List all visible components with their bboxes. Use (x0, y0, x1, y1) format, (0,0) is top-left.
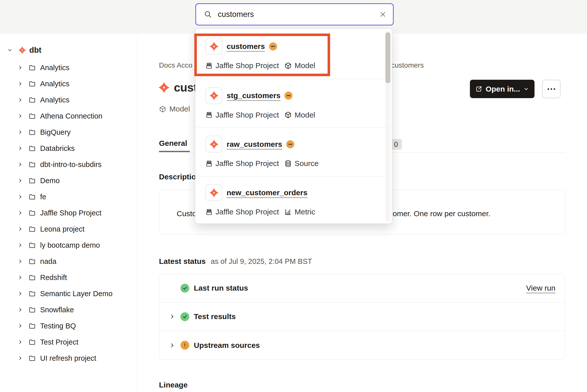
project-icon (205, 208, 213, 216)
scrollbar-thumb[interactable] (385, 32, 390, 83)
folder-icon (29, 242, 36, 249)
sidebar-item-jaffle-shop-project[interactable]: Jaffle Shop Project (0, 205, 137, 221)
sidebar-tree-items: Analytics Analytics Analytics Athena Con… (0, 60, 137, 366)
ellipsis-icon (547, 88, 556, 91)
chevron-right-icon (18, 65, 23, 70)
search-input[interactable] (217, 10, 379, 19)
chevron-right-icon (18, 243, 23, 248)
status-icon (180, 284, 189, 293)
result-title-line: stg_customers (205, 87, 392, 104)
sidebar-item-semantic-layer-demo[interactable]: Semantic Layer Demo (0, 286, 137, 302)
folder-icon (29, 323, 36, 329)
cube-icon (159, 105, 166, 113)
chevron-right-icon (18, 97, 23, 102)
sidebar-item-athena-connection[interactable]: Athena Connection (0, 108, 137, 124)
sidebar-item-label: Analytics (40, 64, 69, 72)
folder-icon (29, 306, 36, 313)
status-row-label: Last run status (194, 284, 248, 292)
result-name-link[interactable]: stg_customers (227, 91, 280, 100)
chevron-right-icon (18, 210, 23, 215)
status-row[interactable]: Test results (159, 302, 565, 331)
folder-icon (29, 64, 36, 71)
sidebar-item-demo[interactable]: Demo (0, 173, 137, 189)
status-row[interactable]: Upstream sources (159, 331, 565, 359)
sidebar-item-bigquery[interactable]: BigQuery (0, 124, 137, 140)
sidebar-item-dbt-intro-to-subdirs[interactable]: dbt-intro-to-subdirs (0, 156, 137, 173)
sidebar-item-test-project[interactable]: Test Project (0, 334, 137, 350)
dbt-logo-icon (209, 188, 219, 198)
result-name-link[interactable]: new_customer_orders (227, 188, 307, 197)
chevron-down-icon (7, 47, 13, 53)
sidebar-item-analytics[interactable]: Analytics (0, 76, 137, 92)
open-in-button[interactable]: Open in... (470, 80, 535, 98)
sidebar-item-leona-project[interactable]: Leona project (0, 221, 137, 237)
folder-icon (29, 258, 36, 265)
breadcrumb: Docs Acco (159, 61, 192, 69)
sidebar-item-nada[interactable]: nada (0, 253, 137, 269)
chevron-down-icon (523, 86, 529, 92)
dbt-logo-icon (209, 42, 219, 51)
sidebar-item-redshift[interactable]: Redshift (0, 269, 137, 286)
search-box[interactable] (195, 3, 394, 25)
more-actions-button[interactable] (542, 80, 561, 98)
search-result-item[interactable]: raw_customers Jaffle Shop Project Source (195, 127, 392, 176)
sidebar-item-testing-bq[interactable]: Testing BQ (0, 318, 137, 334)
result-name-link[interactable]: raw_customers (227, 140, 282, 149)
view-run-link[interactable]: View run (526, 284, 555, 292)
breadcrumb-current: customers (391, 61, 424, 69)
result-meta-line: Jaffle Shop Project Metric (205, 208, 392, 216)
folder-icon (29, 129, 36, 136)
result-project-label: Jaffle Shop Project (216, 159, 279, 168)
close-icon[interactable] (379, 10, 387, 18)
folder-icon (29, 355, 36, 362)
sidebar-item-label: dbt-intro-to-subdirs (40, 160, 101, 169)
chevron-right-icon (18, 275, 23, 280)
sidebar-item-label: Leona project (40, 225, 85, 233)
folder-icon (29, 226, 36, 233)
dbt-logo-icon (209, 91, 219, 100)
search-result-item[interactable]: stg_customers Jaffle Shop Project Model (195, 79, 392, 127)
folder-icon (29, 80, 36, 87)
sidebar-item-label: fe (40, 193, 46, 201)
latest-status-timestamp: as of Jul 9, 2025, 2:04 PM BST (211, 257, 312, 266)
database-icon (284, 160, 292, 167)
resource-type-label: Model (169, 105, 190, 113)
sidebar-item-label: Databricks (40, 144, 75, 153)
sidebar-item-fe[interactable]: fe (0, 189, 137, 205)
maturity-badge-icon (286, 140, 294, 148)
folder-icon (29, 339, 36, 346)
status-row[interactable]: Last run status View run (159, 274, 565, 302)
sidebar-item-label: Athena Connection (40, 112, 102, 120)
sidebar-item-label: Analytics (40, 80, 69, 88)
result-name-link[interactable]: customers (227, 42, 265, 51)
status-row-label: Upstream sources (194, 341, 260, 350)
latest-status-heading: Latest status as of Jul 9, 2025, 2:04 PM… (159, 257, 312, 266)
project-icon (205, 160, 213, 167)
chevron-right-icon (18, 162, 23, 167)
sidebar-item-ui-refresh-project[interactable]: UI refresh project (0, 350, 137, 366)
sidebar-item-snowflake[interactable]: Snowflake (0, 302, 137, 318)
search-result-item[interactable]: customers Jaffle Shop Project Model (195, 29, 392, 79)
folder-icon (29, 274, 36, 281)
tab-general[interactable]: General (159, 139, 190, 152)
dbt-logo-icon (18, 46, 26, 54)
dbt-node-tile (205, 136, 222, 153)
chevron-right-icon (18, 356, 23, 361)
sidebar-item-analytics[interactable]: Analytics (0, 92, 137, 108)
sidebar-item-dbt-root[interactable]: dbt (0, 45, 137, 56)
result-project-label: Jaffle Shop Project (216, 61, 279, 70)
chevron-right-icon (18, 114, 23, 119)
sidebar-item-ly-bootcamp-demo[interactable]: ly bootcamp demo (0, 237, 137, 253)
sidebar-item-databricks[interactable]: Databricks (0, 140, 137, 156)
result-project-label: Jaffle Shop Project (216, 111, 279, 119)
search-results-dropdown: customers Jaffle Shop Project Model stg_… (195, 29, 392, 224)
folder-icon (29, 210, 36, 216)
folder-icon (29, 145, 36, 152)
sidebar-item-label: ly bootcamp demo (40, 241, 100, 249)
sidebar-item-label: BigQuery (40, 128, 71, 136)
folder-icon (29, 290, 36, 297)
project-tree: dbt Analytics Analytics Analytics Athena… (0, 34, 137, 366)
sidebar-item-label: Redshift (40, 273, 67, 282)
search-result-item[interactable]: new_customer_orders Jaffle Shop Project … (195, 176, 392, 224)
sidebar-item-analytics[interactable]: Analytics (0, 60, 137, 76)
